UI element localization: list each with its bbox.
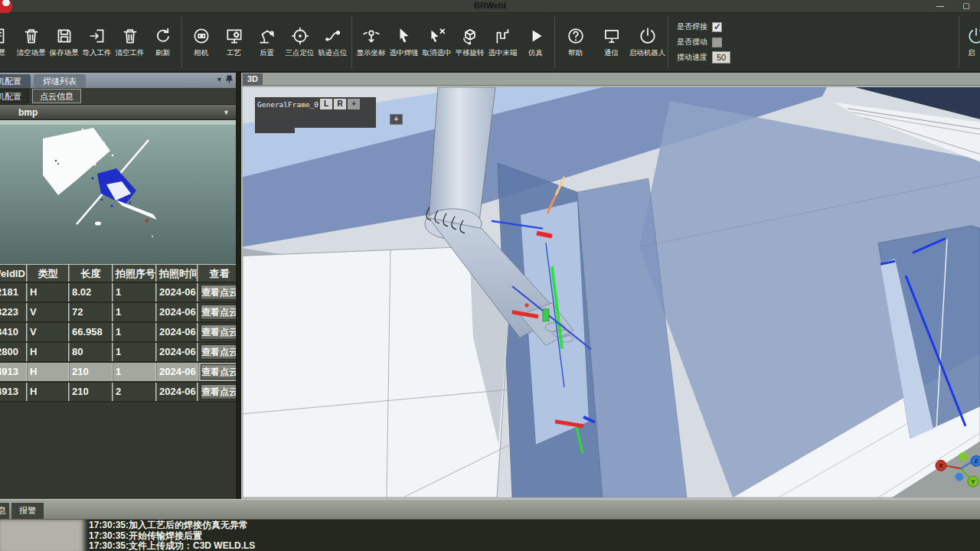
power-icon	[966, 26, 980, 46]
swing-speed-input[interactable]: 50	[712, 51, 730, 64]
toolbar-group-setup: 相机 工艺 后置 三点定位 轨迹点位	[185, 13, 349, 71]
simulate-button[interactable]: 仿真	[519, 13, 552, 71]
pin-icon[interactable]	[226, 75, 233, 83]
tab-info[interactable]: 信息	[0, 503, 9, 519]
toolbar-separator	[554, 16, 555, 68]
communication-button[interactable]: 通信	[593, 13, 629, 71]
clipped-start-button[interactable]: 启	[962, 13, 980, 71]
table-row[interactable]: 4913H21022024-06查看点云	[0, 383, 236, 403]
col-length[interactable]: 长度	[69, 265, 113, 282]
pointcloud-image	[0, 120, 236, 264]
save-scene-button[interactable]: 保存场景	[47, 13, 80, 71]
log-line: 17:30:35:文件上传成功：C3D WELD.LS	[89, 541, 255, 551]
import-icon	[87, 26, 107, 46]
help-button[interactable]: 帮助	[557, 13, 593, 71]
process-icon	[224, 26, 244, 46]
select-weld-button[interactable]: 选中焊缝	[387, 13, 420, 71]
blurred-region	[0, 520, 84, 551]
tab-weld-list[interactable]: 焊缝列表	[34, 74, 86, 88]
camera-config-button[interactable]: 相机配置	[0, 89, 29, 103]
weld-options: 是否焊接 是否摆动 摆动速度 50	[671, 13, 750, 71]
monitor-icon	[602, 26, 622, 46]
minimize-button[interactable]: —	[929, 0, 951, 12]
view-pointcloud-button[interactable]: 查看点云	[201, 344, 236, 360]
frame-left-button[interactable]: L	[320, 99, 332, 109]
cube-rotate-icon	[460, 26, 480, 46]
view-pointcloud-button[interactable]: 查看点云	[201, 305, 236, 320]
chevron-down-icon: ▼	[223, 109, 230, 116]
show-coordinates-button[interactable]: 显示坐标	[354, 13, 387, 71]
log-area[interactable]: 17:30:35:加入工艺后的焊接仿真无异常 17:30:35:开始传输焊接后置…	[0, 520, 980, 551]
pointcloud-info-button[interactable]: 点云信息	[32, 89, 81, 103]
window-title: BRWeld	[0, 1, 980, 10]
weld-table-header: WeldID 类型 长度 拍照序号 拍照时间 查看	[0, 264, 236, 283]
toolbar-separator	[181, 16, 182, 68]
tab-alarm[interactable]: 报警	[11, 503, 44, 519]
swing-enable-label: 是否摆动	[677, 37, 707, 47]
col-photo-time[interactable]: 拍照时间	[156, 265, 198, 282]
process-button[interactable]: 工艺	[217, 13, 250, 71]
pan-rotate-button[interactable]: 平移旋转	[453, 13, 486, 71]
weld-enable-checkbox[interactable]	[712, 22, 722, 32]
col-type[interactable]: 类型	[27, 265, 69, 282]
col-photo-seq[interactable]: 拍照序号	[113, 265, 156, 282]
svg-text:Y: Y	[971, 478, 975, 485]
main-toolbar: 场景 清空场景 保存场景 导入工件 清空工件 刷新	[0, 13, 980, 73]
refresh-icon	[153, 26, 173, 46]
3d-scene[interactable]: X Z Y	[243, 87, 980, 497]
view-pointcloud-button[interactable]: 查看点云	[201, 364, 236, 380]
camera-button[interactable]: 相机	[185, 13, 217, 71]
clear-scene-button[interactable]: 清空场景	[15, 13, 47, 71]
panel-splitter[interactable]	[236, 73, 241, 499]
cursor-icon	[394, 26, 414, 46]
col-view[interactable]: 查看	[198, 265, 236, 282]
frame-toolbar: GeneralFrame_0 L R + +	[255, 97, 376, 133]
camera-icon	[191, 26, 211, 46]
three-point-locate-button[interactable]: 三点定位	[283, 13, 316, 71]
select-end-button[interactable]: 选中末端	[486, 13, 519, 71]
col-weldid[interactable]: WeldID	[0, 265, 27, 282]
table-row[interactable]: 3410V66.95812024-06查看点云	[0, 323, 236, 343]
viewport-tabstrip: 3D	[241, 73, 980, 86]
start-robot-button[interactable]: 启动机器人	[629, 13, 665, 71]
tab-3d[interactable]: 3D	[243, 73, 263, 86]
view-pointcloud-button[interactable]: 查看点云	[201, 384, 236, 399]
toolbar-separator	[668, 16, 668, 68]
toolbar-group-view: 显示坐标 选中焊缝 取消选中 平移旋转 选中末端 仿真	[354, 13, 552, 71]
view-pointcloud-button[interactable]: 查看点云	[201, 285, 236, 300]
view-pointcloud-button[interactable]: 查看点云	[201, 324, 236, 340]
trajectory-point-button[interactable]: 轨迹点位	[316, 13, 349, 71]
cursor-x-icon	[427, 26, 447, 46]
chevron-down-icon[interactable]: ▾	[217, 75, 221, 83]
table-row[interactable]: 2181H8.0212024-06查看点云	[0, 283, 236, 303]
target-icon	[290, 26, 310, 46]
pointcloud-viewer[interactable]	[0, 120, 236, 264]
save-icon	[54, 26, 74, 46]
toolbar-group-scene: 场景 清空场景 保存场景 导入工件 清空工件 刷新	[0, 13, 179, 71]
title-bar: BRWeld — ▢	[0, 0, 980, 13]
import-part-button[interactable]: 导入工件	[80, 13, 113, 71]
trash-icon	[120, 26, 140, 46]
svg-text:Z: Z	[975, 458, 978, 465]
table-row[interactable]: 2800H8012024-06查看点云	[0, 343, 236, 363]
play-icon	[526, 26, 546, 46]
table-row-selected[interactable]: 4913H21012024-06查看点云	[0, 363, 236, 383]
viewport-3d[interactable]: X Z Y GeneralFrame_0 L R + +	[241, 86, 980, 499]
table-row[interactable]: 3223V7212024-06查看点云	[0, 303, 236, 323]
tab-camera-config[interactable]: 相机配置	[0, 74, 31, 88]
left-panel: 相机配置 焊缝列表 ▾ 相机配置 点云信息 bmp ▼	[0, 73, 236, 499]
image-select-dropdown[interactable]: bmp ▼	[0, 105, 236, 120]
frame-add-button[interactable]: +	[348, 99, 360, 109]
deselect-button[interactable]: 取消选中	[420, 13, 453, 71]
trash-icon	[21, 26, 41, 46]
scene-button[interactable]: 场景	[0, 13, 15, 71]
swing-enable-checkbox[interactable]	[712, 37, 722, 47]
help-icon	[566, 26, 586, 46]
frame-extra-add-button[interactable]: +	[390, 114, 403, 125]
frame-right-button[interactable]: R	[334, 99, 346, 109]
refresh-button[interactable]: 刷新	[146, 13, 179, 71]
clear-part-button[interactable]: 清空工件	[113, 13, 146, 71]
postprocess-button[interactable]: 后置	[250, 13, 283, 71]
path-icon	[323, 26, 343, 46]
maximize-button[interactable]: ▢	[956, 0, 977, 12]
